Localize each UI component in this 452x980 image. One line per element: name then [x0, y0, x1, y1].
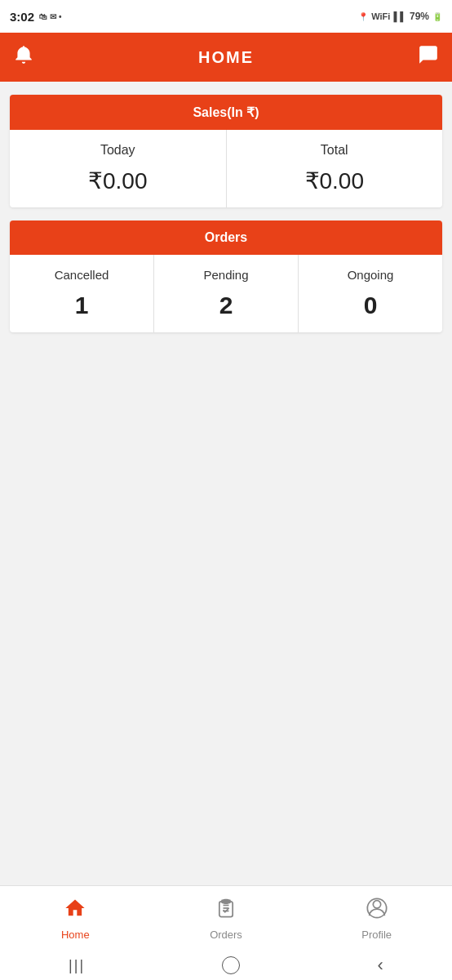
- sales-today-label: Today: [100, 143, 135, 158]
- home-nav-icon: [64, 897, 86, 925]
- header-title: HOME: [198, 48, 254, 67]
- status-bar: 3:02 🛍 ✉ • 📍 WiFi ▌▌ 79% 🔋: [0, 0, 452, 33]
- home-button[interactable]: [222, 956, 240, 974]
- battery-icon: 🔋: [432, 12, 442, 21]
- message-icon[interactable]: [418, 44, 439, 70]
- orders-ongoing-label: Ongoing: [348, 268, 394, 282]
- orders-cancelled-value: 1: [75, 292, 89, 319]
- profile-nav-icon: [366, 897, 388, 925]
- orders-ongoing-value: 0: [364, 292, 378, 319]
- sales-today-value: ₹0.00: [88, 167, 148, 194]
- bottom-nav: Home Orders Profile: [0, 885, 452, 951]
- status-icons: 🛍 ✉ •: [39, 12, 62, 21]
- sales-card: Sales(In ₹) Today ₹0.00 Total ₹0.00: [10, 95, 442, 207]
- status-time: 3:02: [10, 10, 34, 24]
- wifi-icon: WiFi: [371, 11, 390, 21]
- nav-item-home[interactable]: Home: [0, 897, 151, 941]
- app-header: HOME: [0, 33, 452, 82]
- orders-pending-cell: Pending 2: [154, 255, 299, 332]
- sales-today-cell: Today ₹0.00: [10, 130, 227, 207]
- main-content: Sales(In ₹) Today ₹0.00 Total ₹0.00 Orde…: [0, 82, 452, 345]
- signal-icon: ▌▌: [393, 11, 406, 21]
- nav-item-profile[interactable]: Profile: [301, 897, 452, 941]
- system-nav: ||| ‹: [0, 951, 452, 980]
- profile-nav-label: Profile: [361, 929, 392, 941]
- orders-card: Orders Cancelled 1 Pending 2 Ongoing 0: [10, 220, 442, 332]
- shop-icon: 🛍: [39, 12, 47, 21]
- menu-button[interactable]: |||: [69, 957, 85, 974]
- sales-total-label: Total: [321, 143, 348, 158]
- sales-total-cell: Total ₹0.00: [227, 130, 443, 207]
- orders-cancelled-cell: Cancelled 1: [10, 255, 154, 332]
- status-right: 📍 WiFi ▌▌ 79% 🔋: [358, 11, 442, 22]
- gmail-icon: ✉: [50, 12, 56, 21]
- svg-point-4: [373, 900, 380, 907]
- back-button[interactable]: ‹: [378, 955, 383, 976]
- nav-item-orders[interactable]: Orders: [151, 897, 302, 941]
- sales-total-value: ₹0.00: [305, 167, 365, 194]
- orders-pending-label: Pending: [203, 268, 248, 282]
- home-nav-label: Home: [61, 929, 90, 941]
- orders-pending-value: 2: [219, 292, 233, 319]
- orders-card-header: Orders: [10, 220, 442, 255]
- dot-icon: •: [59, 12, 62, 21]
- orders-ongoing-cell: Ongoing 0: [299, 255, 442, 332]
- orders-row: Cancelled 1 Pending 2 Ongoing 0: [10, 255, 442, 332]
- location-icon: 📍: [358, 12, 368, 21]
- svg-rect-0: [221, 899, 231, 903]
- bell-icon[interactable]: [13, 44, 34, 70]
- orders-nav-icon: [215, 897, 237, 925]
- orders-nav-label: Orders: [210, 929, 242, 941]
- orders-cancelled-label: Cancelled: [55, 268, 109, 282]
- sales-row: Today ₹0.00 Total ₹0.00: [10, 130, 442, 207]
- sales-card-header: Sales(In ₹): [10, 95, 442, 130]
- battery-percent: 79%: [410, 11, 429, 22]
